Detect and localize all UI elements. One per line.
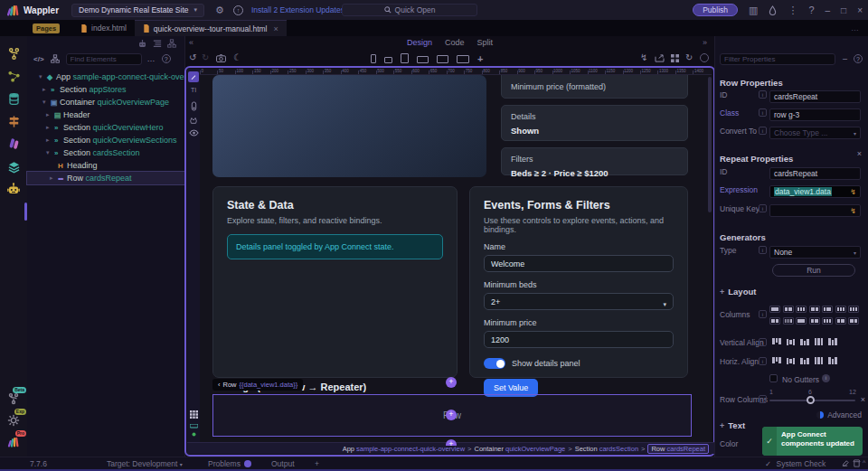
grid-view-icon[interactable] [187,410,200,419]
breadcrumb-item-cardssection[interactable]: SectioncardsSection [575,445,638,453]
routes-icon[interactable] [0,111,27,131]
slider-handle[interactable] [807,396,815,404]
details-toggle[interactable] [484,358,505,369]
expander-icon[interactable]: ▸ [50,174,53,182]
typography-icon[interactable]: TI [187,87,200,93]
tree-item-quickoverviewpage[interactable]: ▾▣Container quickOverviewPage [27,96,185,108]
tree-item-cardssection[interactable]: ▾»Section cardsSection [27,146,185,159]
update-icon[interactable]: ↑ [233,5,243,15]
id-input[interactable]: cardsRepeat [769,90,861,103]
expander-icon[interactable]: ▸ [46,124,50,131]
git-manager-icon[interactable]: Beta [0,389,27,409]
breadcrumb-item-cardsrepeat[interactable]: RowcardsRepeat [647,444,709,454]
project-selector[interactable]: Demo Dynamic Real Estate Site ▾ [71,4,204,17]
min-price-input[interactable] [484,331,674,348]
collapse-icon[interactable]: – [843,54,847,63]
structure-tree-icon[interactable] [167,39,176,48]
halign-center-icon[interactable] [786,356,797,365]
columns-preset-7-icon[interactable] [848,306,859,313]
preview-eye-icon[interactable] [187,129,200,137]
phone-landscape-preview-icon[interactable] [384,57,392,63]
columns-preset-b-4-icon[interactable] [809,317,820,325]
expander-icon[interactable]: ▾ [46,149,50,156]
listing-image-placeholder[interactable] [212,75,486,177]
tree-item-appstores[interactable]: ▸»Section appStores [27,83,185,96]
expression-input[interactable]: data_view1.data ↯ [769,185,861,198]
sitemap-icon[interactable] [51,54,60,63]
quick-open-search[interactable]: Quick Open [342,4,477,16]
theme-droplet-icon[interactable] [769,5,777,15]
chevron-up-icon[interactable]: ^ [863,459,865,466]
export-icon[interactable] [655,54,665,64]
redo-icon[interactable]: ↻ [202,52,209,62]
wappler-pro-icon[interactable]: Pro [0,432,27,452]
expander-icon[interactable]: ▸ [46,137,50,144]
outline-list-icon[interactable] [153,39,162,48]
workflows-icon[interactable] [0,66,27,86]
no-gutters-checkbox[interactable] [769,374,778,382]
min-beds-select[interactable]: 2+ ▾ [484,293,674,310]
valign-top-icon[interactable] [771,337,783,346]
filter-properties-input[interactable] [720,53,835,65]
layout-columns-icon[interactable]: ▥ [749,5,758,16]
class-input[interactable]: row g-3 [769,108,861,121]
columns-preset-b-5-icon[interactable] [822,317,833,325]
binding-bolt-icon[interactable]: ↯ [850,207,856,215]
help-icon[interactable] [700,53,709,62]
responsive-preview-icon[interactable]: + [477,54,483,63]
phone-preview-icon[interactable] [371,54,376,63]
problems-button[interactable]: Problems [208,459,251,468]
code-view-icon[interactable]: </> [33,55,44,63]
unique-key-input[interactable]: ↯ [769,204,861,217]
output-button[interactable]: Output [271,459,295,468]
view-mode-design[interactable]: Design [407,38,432,47]
close-section-icon[interactable]: × [857,149,862,158]
valign-middle-icon[interactable] [786,337,797,346]
tablet-preview-icon[interactable] [401,53,409,63]
selected-element-tag[interactable]: ‹ Row {{data_view1.data}} [212,379,303,391]
styles-icon[interactable] [0,134,27,154]
database-icon[interactable] [0,89,27,108]
tree-item-quickoverviewsections[interactable]: ▸»Section quickOverviewSections [27,134,185,146]
toast-notification[interactable]: ✓ App Connect components updated [762,427,863,456]
columns-preset-6-icon[interactable] [835,306,846,313]
git-icon[interactable] [0,43,27,63]
canvas-scrollbar[interactable] [708,77,712,212]
close-button[interactable]: × [857,5,863,15]
columns-preset-4-icon[interactable] [809,306,820,313]
valign-stretch-icon[interactable] [814,337,826,346]
halign-around-icon[interactable] [827,356,839,365]
tree-item-header[interactable]: ▸▤Header [27,108,185,121]
tree-item-heading[interactable]: HHeading [27,159,185,172]
columns-preset-b-2-icon[interactable] [783,317,794,325]
collapse-right-icon[interactable]: » [703,38,707,47]
layers-icon[interactable] [0,156,27,176]
columns-preset-b-6-icon[interactable] [835,317,846,325]
tree-item-cardsrepeat[interactable]: ▸•••Row cardsRepeat [27,172,185,184]
kebab-menu-icon[interactable]: ⋮ [788,5,797,16]
run-button[interactable]: Run [772,264,855,277]
archive-icon[interactable] [853,459,861,469]
view-mode-code[interactable]: Code [445,38,465,47]
desktop-preview-icon[interactable] [437,55,448,63]
clear-icon[interactable] [841,459,849,469]
breadcrumb-item-quickoverviewpage[interactable]: ContainerquickOverviewPage [474,445,565,453]
tab-index-html[interactable]: index.html [72,20,135,36]
more-options-icon[interactable]: … [147,54,156,63]
halign-between-icon[interactable] [814,356,826,365]
pin-tool-icon[interactable] [187,101,200,111]
insert-before-button[interactable]: + [446,377,457,388]
tab-quick-overview[interactable]: quick-overview--tour-manual.html × [135,20,287,36]
clear-slider-icon[interactable]: × [861,395,865,404]
generator-type-select[interactable]: None ▾ [769,246,861,259]
expander-icon[interactable]: ▾ [42,99,46,106]
columns-preset-b-1-icon[interactable] [769,317,780,325]
valign-baseline-icon[interactable] [827,337,839,346]
name-input[interactable] [484,255,674,272]
expander-icon[interactable]: ▸ [46,111,50,118]
convert-to-select[interactable]: Choose Type ... ▾ [769,127,861,139]
columns-preset-3-icon[interactable] [796,306,807,313]
edit-mode-icon[interactable] [188,71,199,82]
repeat-id-input[interactable]: cardsRepeat [769,167,861,180]
style-brush-icon[interactable] [187,116,200,125]
